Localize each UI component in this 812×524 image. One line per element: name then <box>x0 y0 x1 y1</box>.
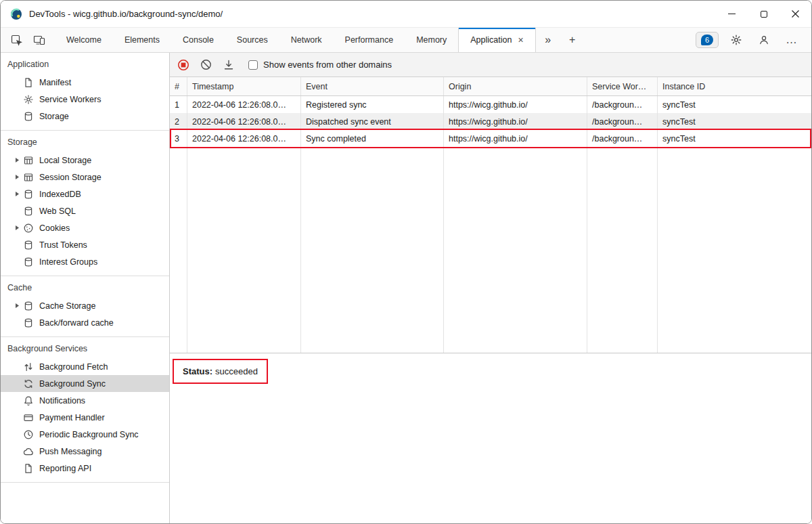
sidebar-item-web-sql[interactable]: Web SQL <box>1 202 169 219</box>
tab-elements[interactable]: Elements <box>113 28 171 52</box>
maximize-button[interactable] <box>748 1 780 27</box>
column-header-timestamp[interactable]: Timestamp <box>187 77 301 95</box>
sidebar-item-label: Service Workers <box>39 95 101 104</box>
sidebar-item-reporting-api[interactable]: Reporting API <box>1 460 169 477</box>
cookie-icon <box>23 223 34 234</box>
show-events-checkbox-label[interactable]: Show events from other domains <box>263 60 392 70</box>
tab-network[interactable]: Network <box>279 28 334 52</box>
sidebar-item-periodic-background-sync[interactable]: Periodic Background Sync <box>1 426 169 443</box>
sidebar-item-background-fetch[interactable]: Background Fetch <box>1 358 169 375</box>
add-tab-icon: + <box>569 34 575 46</box>
close-button[interactable] <box>780 1 811 27</box>
gear-icon <box>730 34 742 46</box>
tab-memory[interactable]: Memory <box>405 28 458 52</box>
sidebar-item-indexeddb[interactable]: IndexedDB <box>1 185 169 202</box>
background-sync-panel: Show events from other domains # Timesta… <box>170 53 811 523</box>
settings-button[interactable] <box>726 30 746 49</box>
clock-icon <box>23 429 34 440</box>
save-button[interactable] <box>223 59 235 71</box>
tab-application[interactable]: Application × <box>458 28 535 52</box>
expand-triangle-icon[interactable] <box>14 174 20 180</box>
expand-triangle-icon[interactable] <box>14 191 20 197</box>
table-icon <box>23 155 34 166</box>
sidebar-item-cache-storage[interactable]: Cache Storage <box>1 297 169 314</box>
tab-label: Application <box>470 35 512 45</box>
sidebar-item-push-messaging[interactable]: Push Messaging <box>1 443 169 460</box>
sidebar-item-trust-tokens[interactable]: Trust Tokens <box>1 236 169 253</box>
add-tab-button[interactable]: + <box>560 28 585 52</box>
expand-triangle-icon[interactable] <box>14 225 20 231</box>
column-header-service-worker[interactable]: Service Wor… <box>587 77 658 95</box>
sidebar-item-background-sync[interactable]: Background Sync <box>1 375 169 392</box>
sidebar-item-label: Storage <box>39 112 69 121</box>
sidebar-section-storage: Storage Local Storage Session Storage In… <box>1 131 169 276</box>
tab-close-icon[interactable]: × <box>518 35 523 45</box>
tab-label: Sources <box>237 35 268 45</box>
status-label: Status: <box>183 366 212 376</box>
sidebar-item-service-workers[interactable]: Service Workers <box>1 91 169 108</box>
table-row[interactable]: 2 2022-04-06 12:26:08.0… Dispatched sync… <box>170 113 811 130</box>
sidebar-item-label: Cache Storage <box>39 301 95 311</box>
clear-button[interactable] <box>200 59 212 70</box>
tab-label: Welcome <box>66 35 102 45</box>
sidebar-item-interest-groups[interactable]: Interest Groups <box>1 253 169 270</box>
sidebar-item-manifest[interactable]: Manifest <box>1 74 169 91</box>
column-header-number[interactable]: # <box>170 77 187 95</box>
sync-events-table: # Timestamp Event Origin Service Wor… In… <box>170 77 811 353</box>
overflow-menu-button[interactable]: … <box>782 30 802 49</box>
service-workers-icon <box>23 94 34 105</box>
tab-performance[interactable]: Performance <box>334 28 405 52</box>
database-icon <box>23 257 34 267</box>
column-header-origin[interactable]: Origin <box>444 77 587 95</box>
tab-console[interactable]: Console <box>171 28 225 52</box>
issues-counter-button[interactable]: 6 <box>696 32 719 48</box>
overflow-menu-icon: … <box>786 33 798 47</box>
sidebar-item-storage[interactable]: Storage <box>1 108 169 125</box>
record-icon <box>177 59 189 71</box>
sidebar-item-back-forward-cache[interactable]: Back/forward cache <box>1 314 169 331</box>
sidebar-item-label: Background Fetch <box>39 362 108 372</box>
minimize-icon <box>728 14 736 14</box>
sidebar-item-label: Notifications <box>39 396 85 406</box>
inspect-element-button[interactable] <box>6 30 26 49</box>
report-document-icon <box>23 463 34 474</box>
maximize-icon <box>761 11 767 18</box>
minimize-button[interactable] <box>716 1 748 27</box>
column-header-event[interactable]: Event <box>301 77 444 95</box>
feedback-button[interactable] <box>754 30 774 49</box>
cell-event: Dispatched sync event <box>301 113 444 130</box>
event-details-pane: Status:succeeded <box>170 353 811 523</box>
title-bar: DevTools - wicg.github.io/background-syn… <box>1 1 811 28</box>
background-sync-toolbar: Show events from other domains <box>170 53 811 77</box>
devtools-window: DevTools - wicg.github.io/background-syn… <box>0 0 812 524</box>
table-row[interactable]: 1 2022-04-06 12:26:08.0… Registered sync… <box>170 96 811 113</box>
column-header-instance-id[interactable]: Instance ID <box>658 77 811 95</box>
tab-welcome[interactable]: Welcome <box>55 28 113 52</box>
cell-timestamp: 2022-04-06 12:26:08.0… <box>187 113 301 130</box>
more-tabs-button[interactable]: » <box>536 28 560 52</box>
show-events-checkbox[interactable] <box>248 60 258 70</box>
expand-triangle-icon[interactable] <box>14 303 20 309</box>
cloud-icon <box>23 446 34 457</box>
device-toolbar-button[interactable] <box>29 30 49 49</box>
inspect-icon <box>11 35 22 46</box>
record-button[interactable] <box>177 59 189 71</box>
table-empty-area <box>170 147 811 353</box>
background-fetch-icon <box>23 362 34 372</box>
download-icon <box>223 59 235 71</box>
expand-triangle-icon[interactable] <box>14 157 20 163</box>
table-row-selected[interactable]: 3 2022-04-06 12:26:08.0… Sync completed … <box>170 130 811 147</box>
tab-sources[interactable]: Sources <box>225 28 279 52</box>
sidebar-item-notifications[interactable]: Notifications <box>1 392 169 409</box>
status-annotation-box: Status:succeeded <box>173 359 268 384</box>
tab-label: Performance <box>345 35 394 45</box>
database-icon <box>23 318 34 328</box>
sidebar-item-local-storage[interactable]: Local Storage <box>1 152 169 169</box>
panel-tab-bar: Welcome Elements Console Sources Network… <box>1 28 811 53</box>
sidebar-item-cookies[interactable]: Cookies <box>1 219 169 236</box>
section-title: Cache <box>1 276 169 297</box>
application-sidebar: Application Manifest Service Workers Sto… <box>1 53 170 523</box>
sidebar-item-label: Web SQL <box>39 206 76 216</box>
sidebar-item-session-storage[interactable]: Session Storage <box>1 169 169 185</box>
sidebar-item-payment-handler[interactable]: Payment Handler <box>1 409 169 426</box>
